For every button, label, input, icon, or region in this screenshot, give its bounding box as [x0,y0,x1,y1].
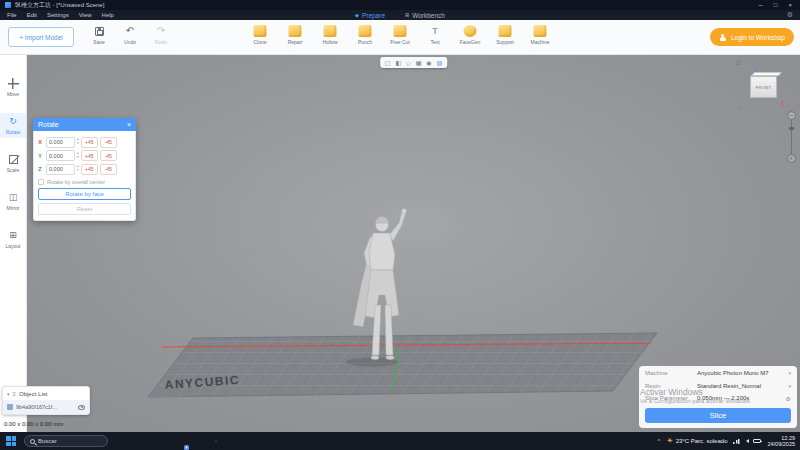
sidebar-item-move[interactable]: Move [0,75,26,100]
object-list-item[interactable]: 9b4a90f167c1f... [3,400,89,414]
battery-icon[interactable] [753,439,761,443]
home-icon[interactable]: ⌂ [736,59,741,67]
rotate-z-minus45-button[interactable]: -45 [100,164,117,175]
rotate-by-face-button[interactable]: Rotate by face [38,188,131,200]
view-cube[interactable]: ⌂ Z FRONT X Y [734,59,788,117]
sidebar-item-scale[interactable]: Scale [0,151,26,176]
tool-text[interactable]: T Text [418,25,453,45]
view-mode-wireframe-icon[interactable]: ◇ [406,59,411,67]
view-mode-solid-icon[interactable]: ▢ [385,59,391,67]
maximize-button[interactable]: □ [774,0,778,10]
view-cube-front-face[interactable]: FRONT [750,76,777,98]
network-icon[interactable] [733,439,740,444]
scale-icon [9,155,18,164]
sidebar-item-layout[interactable]: ⊞ Layout [0,227,26,252]
import-model-button[interactable]: + Import Model [8,27,74,47]
spinner-z[interactable]: ▴▾ [77,165,79,173]
chevron-up-icon[interactable]: ^ [658,438,661,444]
spin-down-icon[interactable]: ▾ [77,169,79,173]
menu-edit[interactable]: Edit [27,12,37,18]
zoom-slider[interactable] [791,120,792,154]
machine-row[interactable]: Machine Anycubic Photon Mono M7 ▾ [645,367,791,380]
rotate-z-input[interactable] [46,164,75,175]
sun-icon: ☀ [666,437,672,445]
rotate-y-input[interactable] [46,150,75,161]
save-button[interactable]: Save [88,25,110,45]
zoom-in-button[interactable]: + [787,154,796,163]
tool-repair[interactable]: Repair [278,25,313,45]
list-icon: ≡ [13,391,17,397]
object-list-header[interactable]: ▾ ≡ Object List [3,387,89,400]
machine-label: Machine [645,370,697,376]
tool-clone[interactable]: Clone [243,25,278,45]
rotate-x-minus45-button[interactable]: -45 [100,137,117,148]
rotate-center-checkbox[interactable] [38,179,44,185]
tool-support-label: Support [496,39,514,45]
tool-support[interactable]: Support [488,25,523,45]
volume-icon[interactable] [744,439,749,443]
zoom-out-button[interactable]: − [787,111,796,120]
close-button[interactable]: × [788,0,792,10]
taskbar-clock[interactable]: 12:29 24/09/2025 [767,435,795,448]
taskbar-search[interactable] [24,435,108,447]
view-mode-xray-icon[interactable]: ◉ [426,59,431,67]
collapse-icon[interactable]: ▾ [7,391,10,397]
model-cube-icon [7,404,13,410]
resin-value: Standard Resin_Normal [697,383,788,389]
rotate-x-plus45-button[interactable]: +45 [81,137,98,148]
sidebar-item-mirror[interactable]: ◫ Mirror [0,189,26,214]
zoom-slider-handle[interactable] [789,127,794,130]
rotate-z-plus45-button[interactable]: +45 [81,164,98,175]
rotate-panel-header: Rotate × [33,118,136,131]
tab-prepare[interactable]: ◆ Prepare [355,12,385,19]
chevron-down-icon[interactable]: ▾ [788,383,791,389]
weather-widget[interactable]: ☀ 23°C Parc. soleado [666,437,727,445]
start-button[interactable] [6,436,16,446]
view-mode-shaded-icon[interactable]: ◧ [395,59,401,67]
reset-button[interactable]: Reset [38,203,131,215]
tool-free-cut[interactable]: Free Cut [383,25,418,45]
slice-parameter-label: Slice Parameter [645,395,697,401]
text-icon: T [429,25,442,37]
rotate-x-input[interactable] [46,137,75,148]
sidebar-item-rotate[interactable]: ↻ Rotate [0,113,26,138]
gear-icon[interactable]: ⚙ [787,10,800,20]
slice-button[interactable]: Slice [645,408,791,423]
minimize-button[interactable]: ─ [759,0,763,10]
axis-x-label: X [38,139,44,145]
tool-facegen[interactable]: FaceGen [453,25,488,45]
view-mode-grid-icon[interactable]: ▦ [416,59,422,67]
menu-help[interactable]: Help [102,12,114,18]
gear-icon[interactable]: ⚙ [786,395,791,402]
tool-machine[interactable]: Machine [523,25,558,45]
menu-file[interactable]: File [7,12,17,18]
menu-settings[interactable]: Settings [47,12,69,18]
spin-down-icon[interactable]: ▾ [77,156,79,160]
undo-button[interactable]: ↶ Undo [119,25,141,45]
resin-label: Resin [645,383,697,389]
resin-row[interactable]: Resin Standard Resin_Normal ▾ [645,380,791,393]
login-to-workshop-button[interactable]: Login to Workshop [710,28,794,46]
visibility-eye-icon[interactable] [78,405,85,410]
rotate-y-plus45-button[interactable]: +45 [81,150,98,161]
slice-parameter-value: 0.050mm — 2.200s [697,395,786,401]
view-mode-texture-icon[interactable]: ▨ [437,59,443,67]
menu-view[interactable]: View [79,12,92,18]
spinner-y[interactable]: ▴▾ [77,152,79,160]
spinner-x[interactable]: ▴▾ [77,138,79,146]
taskbar-tray: ^ ☀ 23°C Parc. soleado 12:29 24/09/2025 [658,435,800,448]
tab-workbench[interactable]: ⊞ Workbench [405,12,445,19]
slice-parameter-row[interactable]: Slice Parameter 0.050mm — 2.200s ⚙ [645,392,791,405]
spin-down-icon[interactable]: ▾ [77,142,79,146]
clock-date: 24/09/2025 [767,441,795,448]
tool-hollow[interactable]: Hollow [313,25,348,45]
chevron-down-icon[interactable]: ▾ [788,370,791,376]
toolbar: + Import Model Save ↶ Undo ↷ Redo Clone [0,20,800,55]
close-icon[interactable]: × [127,118,131,131]
search-input[interactable] [38,438,96,444]
tool-punch[interactable]: Punch [348,25,383,45]
facegen-icon [464,25,477,37]
tool-repair-label: Repair [288,39,303,45]
redo-button[interactable]: ↷ Redo [150,25,172,45]
rotate-y-minus45-button[interactable]: -45 [100,150,117,161]
